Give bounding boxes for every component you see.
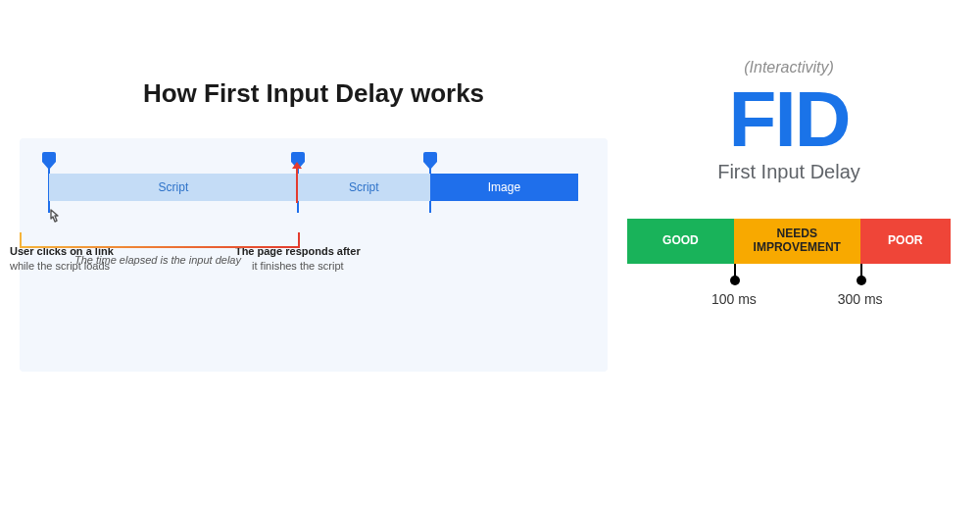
tick-300ms-icon [860, 264, 862, 278]
segment-script-2: Script [298, 174, 430, 201]
scale-good: GOOD [627, 219, 734, 264]
elapsed-caption: The time elapsed is the input delay [20, 254, 296, 266]
tick-label-300: 300 ms [838, 291, 883, 307]
cursor-click-icon [43, 207, 65, 235]
threshold-ticks: 100 ms 300 ms [627, 264, 951, 313]
fid-how-it-works-panel: How First Input Delay works Script Scrip… [20, 78, 608, 372]
subtitle-interactivity: (Interactivity) [627, 59, 951, 76]
elapsed-bracket-icon [20, 232, 300, 248]
tick-label-100: 100 ms [711, 291, 757, 307]
scale-needs-improvement: NEEDS IMPROVEMENT [734, 219, 860, 264]
segment-image: Image [430, 174, 578, 201]
fid-fullname: First Input Delay [627, 161, 951, 183]
fid-score-panel: (Interactivity) FID First Input Delay GO… [627, 59, 951, 313]
segment-script-1: Script [49, 174, 298, 201]
tick-100ms-icon [734, 264, 736, 278]
response-arrow-icon [296, 168, 298, 203]
threshold-scale: GOOD NEEDS IMPROVEMENT POOR [627, 219, 951, 264]
scale-poor: POOR [860, 219, 951, 264]
timeline-box: Script Script Image User clicks on a lin… [20, 138, 608, 372]
fid-abbrev: FID [627, 84, 951, 155]
timeline-bar: Script Script Image [49, 174, 578, 201]
left-title: How First Input Delay works [20, 78, 608, 109]
